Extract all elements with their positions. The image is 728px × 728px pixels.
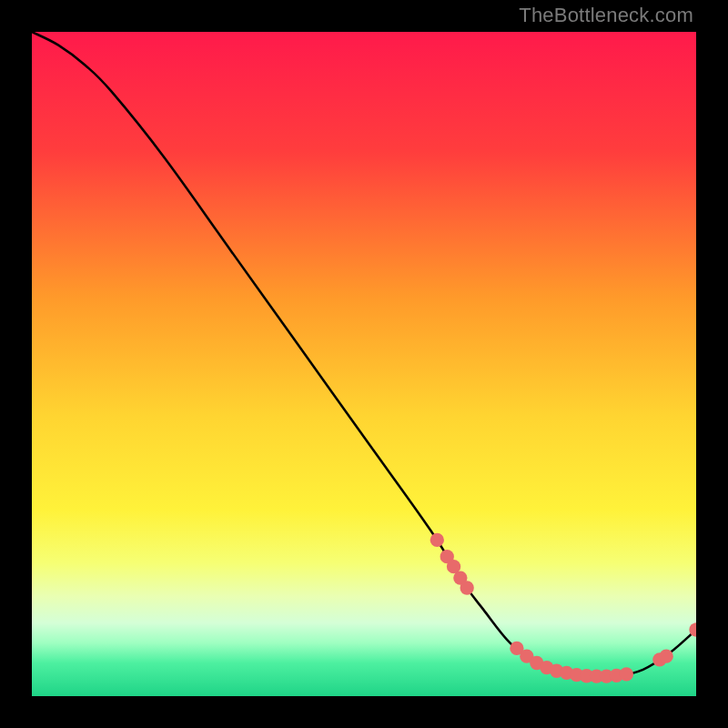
- plot-area: [32, 32, 696, 696]
- curve-markers: [430, 533, 696, 683]
- chart-frame: TheBottleneck.com: [0, 0, 728, 728]
- chart-svg: [32, 32, 696, 696]
- marker-dot: [659, 650, 672, 663]
- marker-dot: [460, 581, 473, 594]
- watermark-text: TheBottleneck.com: [519, 4, 693, 27]
- marker-dot: [430, 533, 444, 547]
- bottleneck-curve-line: [32, 32, 696, 677]
- marker-dot: [620, 667, 633, 681]
